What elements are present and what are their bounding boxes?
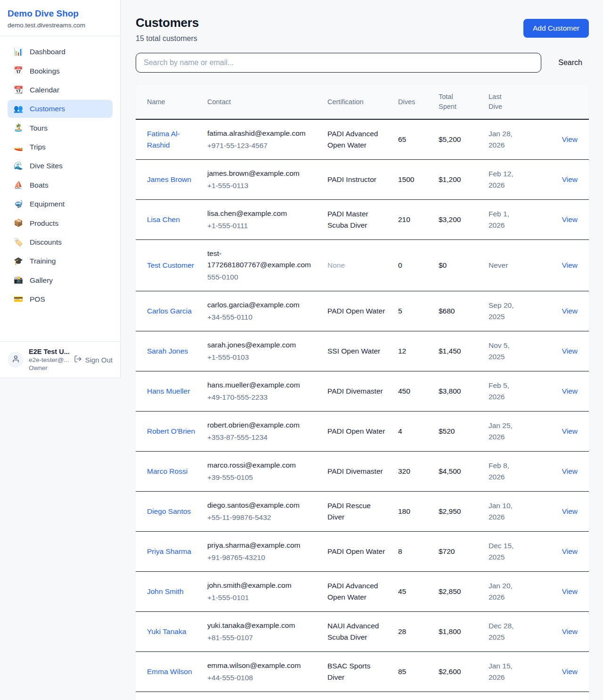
customer-phone: +91-98765-43210 <box>207 552 316 563</box>
sign-out-button[interactable]: Sign Out <box>74 355 113 364</box>
column-header-last-dive: Last Dive <box>483 85 530 119</box>
customer-certification: SSI Open Water <box>327 347 380 355</box>
customer-name-link[interactable]: Lisa Chen <box>147 215 180 223</box>
customer-email: james.brown@example.com <box>207 168 316 179</box>
customer-name-link[interactable]: John Smith <box>147 587 184 595</box>
customer-name-link[interactable]: Diego Santos <box>147 507 191 515</box>
customer-email: robert.obrien@example.com <box>207 420 316 431</box>
customer-total-spent: $1,450 <box>439 347 461 355</box>
customer-name-link[interactable]: Marco Rossi <box>147 467 187 475</box>
view-customer-link[interactable]: View <box>562 347 578 355</box>
table-row: Test Customer test-1772681807767@example… <box>136 240 589 291</box>
customer-name-link[interactable]: Yuki Tanaka <box>147 627 186 635</box>
customer-phone: +971-55-123-4567 <box>207 140 316 151</box>
view-customer-link[interactable]: View <box>562 175 578 183</box>
table-row: John Smith john.smith@example.com +1-555… <box>136 572 589 612</box>
column-header-actions <box>530 85 589 119</box>
customer-name-link[interactable]: James Brown <box>147 175 191 183</box>
view-customer-link[interactable]: View <box>562 307 578 315</box>
sidebar-item-pos[interactable]: 💳 POS <box>8 290 113 308</box>
customer-dives: 1500 <box>398 175 414 183</box>
view-customer-link[interactable]: View <box>562 587 578 595</box>
customer-dives: 12 <box>398 347 406 355</box>
customer-phone: +55-11-99876-5432 <box>207 512 316 523</box>
sidebar-item-customers[interactable]: 👥 Customers <box>8 100 113 118</box>
sidebar-item-calendar[interactable]: 📆 Calendar <box>8 81 113 99</box>
table-row: Priya Sharma priya.sharma@example.com +9… <box>136 532 589 572</box>
customer-name-link[interactable]: Carlos Garcia <box>147 307 192 315</box>
table-row: Carlos Garcia carlos.garcia@example.com … <box>136 291 589 331</box>
customer-certification: PADI Advanced Open Water <box>327 582 378 601</box>
view-customer-link[interactable]: View <box>562 387 578 395</box>
table-row: Fatima Al-Rashid fatima.alrashid@example… <box>136 119 589 160</box>
customer-dives: 320 <box>398 467 410 475</box>
customer-dives: 5 <box>398 307 402 315</box>
customer-dives: 85 <box>398 667 406 675</box>
sidebar-item-tours[interactable]: 🏝️ Tours <box>8 119 113 137</box>
customer-certification: NAUI Advanced Scuba Diver <box>327 622 379 641</box>
customer-certification: PADI Divemaster <box>327 467 383 475</box>
sidebar-item-gallery[interactable]: 📸 Gallery <box>8 271 113 289</box>
table-row: Robert O'Brien robert.obrien@example.com… <box>136 412 589 452</box>
sidebar-item-training[interactable]: 🎓 Training <box>8 252 113 270</box>
sidebar-item-equipment[interactable]: 🤿 Equipment <box>8 195 113 213</box>
table-row: Sarah Jones sarah.jones@example.com +1-5… <box>136 331 589 371</box>
customer-dives: 450 <box>398 387 410 395</box>
customer-name-link[interactable]: Test Customer <box>147 261 194 269</box>
customer-total-spent: $720 <box>439 547 455 555</box>
customer-total-spent: $2,600 <box>439 667 461 675</box>
view-customer-link[interactable]: View <box>562 467 578 475</box>
user-email: e2e-tester@... <box>29 356 69 363</box>
sidebar-item-dashboard[interactable]: 📊 Dashboard <box>8 43 113 61</box>
customer-phone: +1-555-0111 <box>207 220 316 231</box>
table-row: Diego Santos diego.santos@example.com +5… <box>136 492 589 532</box>
customer-last-dive: Nov 5, 2025 <box>489 341 510 361</box>
customer-certification: PADI Advanced Open Water <box>327 130 378 149</box>
view-customer-link[interactable]: View <box>562 215 578 223</box>
customer-name-link[interactable]: Priya Sharma <box>147 547 191 555</box>
customer-email: carlos.garcia@example.com <box>207 299 316 311</box>
customer-name-link[interactable]: Hans Mueller <box>147 387 190 395</box>
view-customer-link[interactable]: View <box>562 667 578 675</box>
view-customer-link[interactable]: View <box>562 547 578 555</box>
customer-name-link[interactable]: Sarah Jones <box>147 347 188 355</box>
customer-last-dive: Never <box>489 261 508 269</box>
customer-email: lisa.chen@example.com <box>207 208 316 219</box>
user-meta: E2E Test U... e2e-tester@... Owner <box>29 348 69 371</box>
sidebar-item-bookings[interactable]: 📅 Bookings <box>8 62 113 80</box>
search-button[interactable]: Search <box>552 55 589 71</box>
sidebar-item-boats[interactable]: ⛵ Boats <box>8 176 113 194</box>
user-name: E2E Test U... <box>29 348 69 355</box>
view-customer-link[interactable]: View <box>562 507 578 515</box>
table-row: Hans Mueller hans.mueller@example.com +4… <box>136 371 589 412</box>
search-input[interactable] <box>136 53 541 73</box>
customer-dives: 4 <box>398 427 402 435</box>
customer-phone: +39-555-0105 <box>207 472 316 483</box>
diving-mask-icon: 🤿 <box>13 199 24 209</box>
sidebar-item-products[interactable]: 📦 Products <box>8 214 113 232</box>
customer-name-link[interactable]: Fatima Al-Rashid <box>147 130 180 149</box>
view-customer-link[interactable]: View <box>562 135 578 143</box>
customer-name-link[interactable]: Emma Wilson <box>147 667 192 675</box>
customer-email: marco.rossi@example.com <box>207 460 316 471</box>
customer-certification: None <box>327 261 345 269</box>
add-customer-button[interactable]: Add Customer <box>523 19 589 38</box>
view-customer-link[interactable]: View <box>562 261 578 269</box>
customer-total-spent: $2,950 <box>439 507 461 515</box>
sign-out-label: Sign Out <box>85 356 113 364</box>
customer-total-spent: $0 <box>439 261 447 269</box>
customer-name-link[interactable]: Robert O'Brien <box>147 427 195 435</box>
sidebar-item-trips[interactable]: 🚤 Trips <box>8 138 113 156</box>
customer-email: hans.mueller@example.com <box>207 379 316 391</box>
user-footer: E2E Test U... e2e-tester@... Owner Sign … <box>0 341 120 378</box>
view-customer-link[interactable]: View <box>562 427 578 435</box>
people-icon: 👥 <box>13 104 24 114</box>
sidebar: Demo Dive Shop demo.test.divestreams.com… <box>0 0 121 378</box>
customer-dives: 180 <box>398 507 410 515</box>
table-row: Marco Rossi marco.rossi@example.com +39-… <box>136 452 589 492</box>
column-header-dives: Dives <box>392 85 433 119</box>
view-customer-link[interactable]: View <box>562 627 578 635</box>
sidebar-item-discounts[interactable]: 🏷️ Discounts <box>8 233 113 251</box>
sidebar-item-dive-sites[interactable]: 🌊 Dive Sites <box>8 157 113 175</box>
search-bar: Search <box>136 53 589 73</box>
